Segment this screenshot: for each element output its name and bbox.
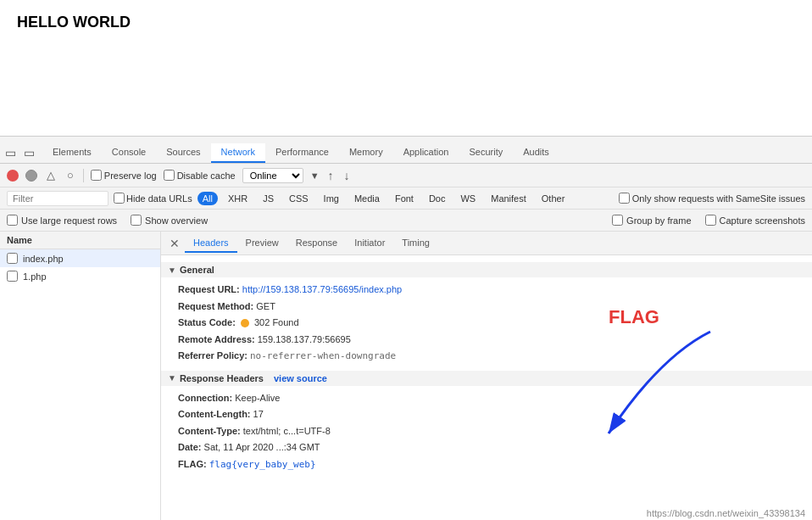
tab-sources[interactable]: Sources [156,143,210,163]
general-arrow: ▼ [168,266,176,275]
throttle-select[interactable]: Online Fast 3G Slow 3G Offline [242,168,303,183]
header-request-method: Request Method: GET [178,299,802,314]
headers-content: FLAG ▼ General [161,255,812,520]
blog-url: https://blog.csdn.net/weixin_43398134 [647,508,805,518]
request-name: index.php [23,254,64,264]
page-content: HELLO WORLD [0,0,812,136]
filter-manifest[interactable]: Manifest [486,192,531,205]
request-checkbox-2[interactable] [7,271,18,282]
options-bar: Use large request rows Show overview Gro… [0,210,812,232]
request-item-1php[interactable]: 1.php [0,267,160,285]
filter-doc[interactable]: Doc [424,192,451,205]
resp-flag: FLAG: flag{very_baby_web} [178,457,802,472]
filter-js[interactable]: JS [258,192,279,205]
response-section-title: Response Headers [180,373,264,383]
details-panel: ✕ Headers Preview Response Initiator Tim… [161,232,812,520]
details-tab-bar: ✕ Headers Preview Response Initiator Tim… [161,232,812,255]
requests-panel: Name index.php 1.php [0,232,161,520]
detail-tab-response[interactable]: Response [287,234,347,253]
device-icon[interactable]: ▭ [22,146,36,159]
request-checkbox[interactable] [7,253,18,264]
detail-tab-initiator[interactable]: Initiator [346,234,393,253]
filter-input[interactable] [7,191,108,206]
throttle-arrow: ▼ [310,171,320,181]
resp-connection: Connection: Keep-Alive [178,391,802,405]
tab-elements[interactable]: Elements [42,143,102,163]
upload-btn[interactable]: ↑ [326,169,336,182]
filter-media[interactable]: Media [349,192,385,205]
preserve-log-checkbox[interactable]: Preserve log [91,170,157,181]
download-btn[interactable]: ↓ [342,169,352,182]
name-column-header: Name [7,235,32,245]
header-request-url: Request URL: http://159.138.137.79:56695… [178,282,802,297]
flag-annotation: FLAG [609,306,659,328]
resp-content-length: Content-Length: 17 [178,407,802,422]
options-inner: Use large request rows Show overview Gro… [7,215,805,226]
resp-content-type: Content-Type: text/html; c...t=UTF-8 [178,424,802,439]
search-icon[interactable]: ○ [64,168,76,182]
tab-audits[interactable]: Audits [513,143,559,163]
requests-header: Name [0,232,160,249]
page-title: HELLO WORLD [17,14,131,31]
filter-ws[interactable]: WS [455,192,481,205]
clear-button[interactable] [25,170,37,182]
devtools-panel: ▭ ▭ Elements Console Sources Network Per… [0,136,812,520]
general-section-header[interactable]: ▼ General [161,262,812,277]
filter-css[interactable]: CSS [284,192,314,205]
tab-console[interactable]: Console [102,143,156,163]
bottom-bar: https://blog.csdn.net/weixin_43398134 [640,506,812,520]
filter-font[interactable]: Font [390,192,419,205]
filter-xhr[interactable]: XHR [223,192,253,205]
network-toolbar: △ ○ Preserve log Disable cache Online Fa… [0,164,812,187]
record-button[interactable] [7,170,19,182]
header-remote-address: Remote Address: 159.138.137.79:56695 [178,333,802,347]
devtools-icons: ▭ ▭ [3,146,36,163]
devtools-tab-bar: ▭ ▭ Elements Console Sources Network Per… [0,137,812,164]
tab-performance[interactable]: Performance [265,143,339,163]
filter-icon[interactable]: △ [44,168,58,182]
view-source-link[interactable]: view source [274,373,327,383]
filter-img[interactable]: Img [319,192,344,205]
response-arrow: ▼ [168,373,176,383]
capture-screenshots-option[interactable]: Capture screenshots [705,215,806,226]
filter-all[interactable]: All [197,192,218,205]
resp-date: Date: Sat, 11 Apr 2020 ...:34 GMT [178,440,802,455]
show-overview-option[interactable]: Show overview [131,215,208,226]
tab-network[interactable]: Network [211,143,265,163]
filter-other[interactable]: Other [537,192,570,205]
options-left: Use large request rows Show overview [7,215,208,226]
detail-tab-timing[interactable]: Timing [393,234,438,253]
same-site-option[interactable]: Only show requests with SameSite issues [619,193,805,204]
divider [83,169,84,182]
network-main: Name index.php 1.php ✕ Headers Preview R… [0,232,812,520]
disable-cache-checkbox[interactable]: Disable cache [164,170,236,181]
close-details-button[interactable]: ✕ [164,232,185,255]
status-dot [241,319,249,327]
request-name-2: 1.php [23,271,47,282]
tab-memory[interactable]: Memory [339,143,393,163]
tab-application[interactable]: Application [393,143,459,163]
response-section-header[interactable]: ▼ Response Headers view source [161,371,812,386]
request-item-index[interactable]: index.php [0,249,160,267]
inspect-icon[interactable]: ▭ [3,146,17,159]
header-referrer-policy: Referrer Policy: no-referrer-when-downgr… [178,349,802,364]
options-right: Group by frame Capture screenshots [612,215,805,226]
tab-security[interactable]: Security [459,143,513,163]
large-rows-option[interactable]: Use large request rows [7,215,117,226]
detail-tab-preview[interactable]: Preview [237,234,287,253]
general-section-title: General [180,265,214,275]
filter-bar: Hide data URLs All XHR JS CSS Img Media … [0,187,812,210]
group-by-frame-option[interactable]: Group by frame [612,215,691,226]
detail-tab-headers[interactable]: Headers [185,234,237,253]
hide-data-urls-checkbox[interactable]: Hide data URLs [114,193,192,204]
header-status-code: Status Code: 302 Found [178,316,802,330]
